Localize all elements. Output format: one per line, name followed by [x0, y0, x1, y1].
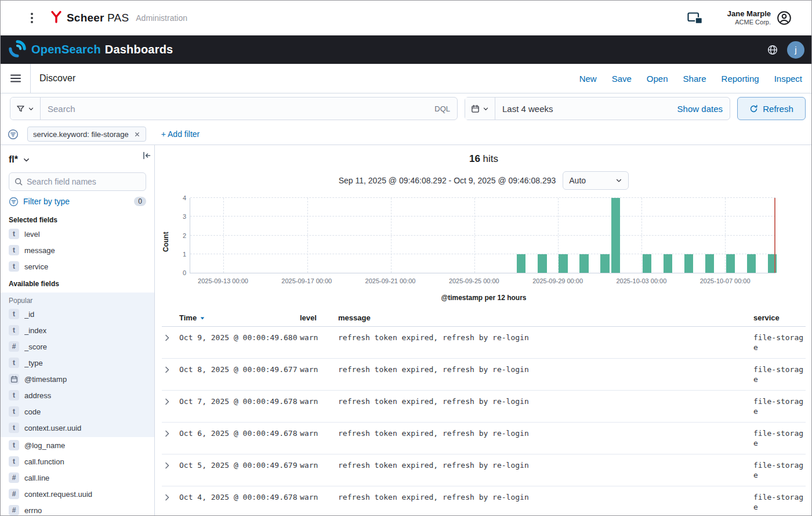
cell-level: warn	[300, 460, 338, 470]
filter-pill[interactable]: service.keyword: file-storage	[27, 127, 146, 142]
field-item-context.user.uuid[interactable]: tcontext.user.uuid	[9, 420, 146, 436]
brand-name-regular: PAS	[107, 12, 129, 24]
hamburger-menu-icon[interactable]	[10, 74, 21, 83]
document-row: Oct 5, 2025 @ 00:00:49.679warnrefresh to…	[162, 454, 806, 486]
column-header-level[interactable]: level	[300, 313, 338, 322]
histogram-bar[interactable]	[747, 254, 756, 273]
histogram-bar[interactable]	[705, 254, 714, 273]
cell-time: Oct 8, 2025 @ 00:00:49.677	[179, 365, 300, 374]
available-fields-list: t@log_nametcall.function#call.line#conte…	[1, 437, 154, 515]
document-row: Oct 7, 2025 @ 00:00:49.678warnrefresh to…	[162, 391, 806, 423]
search-icon	[14, 178, 23, 186]
field-item-_score[interactable]: #_score	[9, 338, 146, 355]
filter-circle-icon	[9, 197, 19, 207]
field-item-_type[interactable]: t_type	[9, 355, 146, 371]
search-input[interactable]	[41, 104, 427, 114]
x-axis-title: @timestamp per 12 hours	[162, 294, 806, 302]
filter-set-icon[interactable]	[8, 129, 19, 140]
osd-user-avatar[interactable]: j	[787, 41, 804, 59]
field-type-string-icon: t	[9, 261, 19, 272]
x-gridline	[307, 198, 308, 273]
expand-row-icon[interactable]	[162, 365, 172, 374]
column-header-time[interactable]: Time	[179, 313, 300, 322]
field-item-call.line[interactable]: #call.line	[9, 470, 146, 486]
histogram-bar[interactable]	[517, 254, 525, 273]
cell-message: refresh token expired, refresh by re-log…	[338, 492, 753, 502]
field-type-number-icon: #	[9, 505, 19, 515]
saved-query-menu-button[interactable]	[10, 98, 41, 120]
expand-row-icon[interactable]	[162, 461, 172, 470]
y-axis-tick-label: 4	[183, 194, 186, 201]
histogram-bar[interactable]	[538, 254, 546, 273]
field-search-input[interactable]	[27, 177, 140, 186]
nav-action-share[interactable]: Share	[683, 74, 706, 84]
index-pattern-select[interactable]: fl*	[9, 152, 146, 167]
column-header-message[interactable]: message	[338, 313, 753, 322]
field-item-address[interactable]: taddress	[9, 387, 146, 403]
field-item-level[interactable]: tlevel	[9, 226, 146, 242]
refresh-button[interactable]: Refresh	[737, 97, 806, 120]
field-item-_id[interactable]: t_id	[9, 306, 146, 322]
selected-fields-heading: Selected fields	[9, 216, 146, 224]
chevron-down-icon	[23, 156, 30, 164]
cell-time: Oct 4, 2025 @ 00:00:49.678	[179, 492, 300, 502]
field-type-number-icon: #	[9, 341, 19, 352]
field-item-context.request.uuid[interactable]: #context.request.uuid	[9, 486, 146, 502]
hits-count: 16	[469, 153, 480, 164]
nav-action-inspect[interactable]: Inspect	[774, 74, 802, 84]
x-gridline	[391, 198, 392, 273]
histogram-bar[interactable]	[579, 254, 588, 273]
field-item-_index[interactable]: t_index	[9, 322, 146, 338]
field-item-@log_name[interactable]: t@log_name	[9, 437, 146, 453]
field-item-message[interactable]: tmessage	[9, 242, 146, 258]
expand-row-icon[interactable]	[162, 429, 172, 438]
field-item-call.function[interactable]: tcall.function	[9, 453, 146, 470]
collapse-sidebar-icon[interactable]	[142, 151, 151, 160]
field-name: _index	[24, 326, 46, 335]
refresh-icon	[749, 104, 758, 113]
kebab-menu-icon[interactable]	[28, 10, 35, 26]
open-preview-window-icon[interactable]	[687, 12, 703, 25]
field-name: address	[24, 391, 51, 400]
field-name: service	[24, 262, 48, 271]
filter-by-type-count: 0	[134, 197, 146, 206]
nav-action-new[interactable]: New	[579, 74, 597, 84]
field-item-errno[interactable]: #errno	[9, 502, 146, 515]
expand-row-icon[interactable]	[162, 333, 172, 342]
field-item-service[interactable]: tservice	[9, 258, 146, 275]
user-avatar-icon[interactable]	[777, 10, 792, 26]
expand-row-icon[interactable]	[162, 397, 172, 406]
field-item-code[interactable]: tcode	[9, 403, 146, 420]
histogram-bar[interactable]	[611, 198, 620, 273]
nav-action-reporting[interactable]: Reporting	[722, 74, 759, 84]
expand-row-icon[interactable]	[162, 493, 172, 502]
cell-level: warn	[300, 492, 338, 502]
histogram-bar[interactable]	[643, 254, 651, 273]
interval-select[interactable]: Auto	[563, 171, 629, 190]
histogram-bar[interactable]	[559, 254, 567, 273]
add-filter-link[interactable]: + Add filter	[161, 129, 200, 139]
popular-fields-block: Popular t_idt_index#_scoret_type@timesta…	[1, 293, 154, 437]
field-item-@timestamp[interactable]: @timestamp	[9, 371, 146, 387]
histogram-bar[interactable]	[664, 254, 672, 273]
remove-filter-icon[interactable]	[134, 131, 140, 138]
query-language-label[interactable]: DQL	[427, 104, 457, 113]
help-globe-icon[interactable]	[767, 45, 778, 55]
hits-label: hits	[483, 153, 498, 164]
section-label: Administration	[136, 13, 187, 23]
time-range-value[interactable]: Last 4 weeks	[495, 104, 553, 114]
scheer-pas-brand[interactable]: Scheer PAS	[50, 10, 129, 26]
show-dates-link[interactable]: Show dates	[677, 104, 730, 114]
opensearch-logo[interactable]: OpenSearchDashboards	[9, 40, 173, 60]
column-header-service[interactable]: service	[753, 313, 806, 322]
nav-action-save[interactable]: Save	[612, 74, 632, 84]
field-name: code	[24, 407, 41, 416]
current-time-marker	[774, 198, 775, 273]
histogram-bar[interactable]	[726, 254, 735, 273]
filter-by-type-label: Filter by type	[23, 197, 70, 206]
nav-action-open[interactable]: Open	[647, 74, 668, 84]
histogram-bar[interactable]	[684, 254, 693, 273]
filter-by-type[interactable]: Filter by type 0	[9, 194, 146, 209]
date-picker-menu-button[interactable]	[465, 98, 495, 120]
histogram-bar[interactable]	[600, 254, 609, 273]
